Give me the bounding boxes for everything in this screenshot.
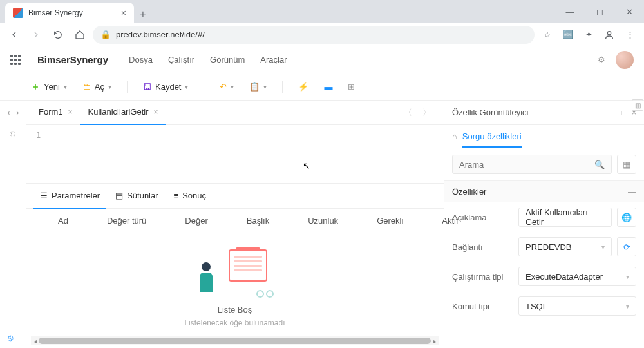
new-button[interactable]: ＋ Yeni ▾ xyxy=(26,79,72,95)
forward-button[interactable] xyxy=(27,26,45,44)
extensions-icon[interactable]: ✦ xyxy=(580,26,598,44)
inspect-icon[interactable]: ⊞ xyxy=(343,79,360,94)
browser-tabstrip: Bimser Synergy × + ― ◻ ✕ xyxy=(0,0,644,23)
section-header[interactable]: Özellikler — xyxy=(444,180,644,202)
prop-description: Açıklama Aktif Kullanıcıları Getir 🌐 xyxy=(444,202,644,232)
search-input[interactable]: 🔍 xyxy=(452,155,612,174)
new-tab-button[interactable]: + xyxy=(134,5,152,23)
main-area: ⟷ ⎌ Form1 × KullanicilariGetir × 〈 〉 1 ↖… xyxy=(0,101,644,348)
close-icon[interactable]: × xyxy=(68,108,73,117)
translate-icon[interactable]: 🔤 xyxy=(559,26,577,44)
floppy-icon: 🖫 xyxy=(143,82,151,92)
panel-title: Özellik Görüntüleyici xyxy=(452,108,615,117)
url-field[interactable]: 🔒 predev.bimser.net/ide/#/ xyxy=(93,26,535,44)
plus-icon: ＋ xyxy=(31,81,40,93)
menu-file[interactable]: Dosya xyxy=(129,55,153,64)
chevron-down-icon: ▾ xyxy=(64,83,67,90)
sliders-icon[interactable]: ⟷ xyxy=(7,108,19,118)
tab-next-icon[interactable]: 〉 xyxy=(420,104,433,121)
profile-icon[interactable] xyxy=(600,26,618,44)
undo-button[interactable]: ↶▾ xyxy=(214,79,239,94)
scroll-left-icon[interactable]: ◂ xyxy=(31,336,39,345)
layout-toggle-button[interactable]: ▦ xyxy=(617,155,636,174)
cursor-icon: ↖ xyxy=(303,160,310,171)
prop-connection: Bağlantı PREDEVDB▾ ⟳ xyxy=(444,232,644,262)
empty-title: Liste Boş xyxy=(218,305,252,314)
tab-title: Bimser Synergy xyxy=(28,8,116,17)
star-icon[interactable]: ☆ xyxy=(538,26,556,44)
open-button[interactable]: 🗀 Aç ▾ xyxy=(77,79,117,94)
prop-label: Açıklama xyxy=(452,213,513,222)
cmdtype-select[interactable]: TSQL▾ xyxy=(518,296,636,316)
sliders-icon: ☰ xyxy=(40,191,48,200)
col-valuetype: Değer türü xyxy=(107,216,146,226)
tab-prev-icon[interactable]: 〈 xyxy=(401,104,415,121)
pin-icon[interactable]: ⊏ xyxy=(620,108,627,117)
tab-columns[interactable]: ▤ Sütunlar xyxy=(109,183,164,209)
chrome-menu-icon[interactable]: ⋮ xyxy=(621,26,639,44)
search-field[interactable] xyxy=(459,160,594,169)
refresh-button[interactable]: ⟳ xyxy=(617,237,636,256)
maximize-button[interactable]: ◻ xyxy=(585,0,614,23)
tab-parameters[interactable]: ☰ Parametreler xyxy=(33,183,106,209)
col-required: Gerekli xyxy=(377,216,403,226)
empty-state: Liste Boş Listelenecek öğe bulunamadı xyxy=(26,233,444,336)
bottom-tabs: ☰ Parametreler ▤ Sütunlar ≡ Sonuç xyxy=(26,183,444,209)
flash-icon[interactable]: ⚡ xyxy=(293,79,314,94)
save-button[interactable]: 🖫 Kaydet ▾ xyxy=(138,79,193,94)
menu-tools[interactable]: Araçlar xyxy=(260,55,287,64)
editor-tab-kullanicilari[interactable]: KullanicilariGetir × xyxy=(80,101,166,125)
right-rail: ▥ xyxy=(631,97,644,111)
chevron-down-icon: ▾ xyxy=(626,303,629,310)
favicon xyxy=(13,8,23,18)
clipboard-button[interactable]: 📋▾ xyxy=(244,79,272,94)
back-button[interactable] xyxy=(5,26,23,44)
window-controls: ― ◻ ✕ xyxy=(555,0,644,23)
prop-label: Komut tipi xyxy=(452,302,513,311)
runtype-select[interactable]: ExecuteDataAdapter▾ xyxy=(518,267,636,286)
branch-icon[interactable]: ⎌ xyxy=(10,128,15,138)
prop-cmdtype: Komut tipi TSQL▾ xyxy=(444,291,644,321)
bottom-left-icon[interactable]: ⎋ xyxy=(8,333,13,343)
app-menubar: BimserSynergy Dosya Çalıştır Görünüm Ara… xyxy=(0,46,644,73)
reload-button[interactable] xyxy=(49,26,67,44)
gear-icon[interactable]: ⚙ xyxy=(598,55,605,64)
panel-toggle-icon[interactable]: ▥ xyxy=(632,99,643,111)
connection-select[interactable]: PREDEVDB▾ xyxy=(518,237,612,256)
scroll-right-icon[interactable]: ▸ xyxy=(431,336,439,345)
horizontal-scrollbar[interactable]: ◂ ▸ xyxy=(31,336,439,345)
collapse-icon[interactable]: — xyxy=(628,187,636,197)
url-text: predev.bimser.net/ide/#/ xyxy=(116,30,205,39)
menu-view[interactable]: Görünüm xyxy=(210,55,245,64)
close-icon[interactable]: × xyxy=(154,108,158,117)
avatar[interactable] xyxy=(616,51,634,69)
columns-icon: ▤ xyxy=(115,191,123,200)
browser-tab[interactable]: Bimser Synergy × xyxy=(5,3,134,23)
empty-subtitle: Listelenecek öğe bulunamadı xyxy=(184,318,285,327)
editor-tab-form1[interactable]: Form1 × xyxy=(31,101,80,125)
badge-icon[interactable]: ▬ xyxy=(319,79,337,94)
tab-label: Parametreler xyxy=(52,191,100,200)
list-icon: ≡ xyxy=(174,191,179,200)
search-row: 🔍 ▦ xyxy=(444,148,644,180)
home-icon[interactable]: ⌂ xyxy=(452,131,457,141)
close-window-button[interactable]: ✕ xyxy=(614,0,644,23)
folder-icon: 🗀 xyxy=(82,82,91,92)
tab-query-properties[interactable]: Sorgu özellikleri xyxy=(462,131,522,148)
description-input[interactable]: Aktif Kullanıcıları Getir xyxy=(518,208,612,227)
open-label: Aç xyxy=(95,82,104,92)
editor-tabs: Form1 × KullanicilariGetir × 〈 〉 xyxy=(26,101,444,125)
home-button[interactable] xyxy=(71,26,89,44)
menu-run[interactable]: Çalıştır xyxy=(168,55,194,64)
browser-address-bar: 🔒 predev.bimser.net/ide/#/ ☆ 🔤 ✦ ⋮ xyxy=(0,23,644,46)
apps-grid-icon[interactable] xyxy=(10,55,22,65)
separator xyxy=(204,81,204,93)
save-label: Kaydet xyxy=(155,82,181,92)
close-tab-icon[interactable]: × xyxy=(121,8,126,18)
tab-result[interactable]: ≡ Sonuç xyxy=(167,183,213,209)
minimize-button[interactable]: ― xyxy=(555,0,585,23)
translate-button[interactable]: 🌐 xyxy=(617,208,636,227)
code-editor[interactable]: 1 ↖ xyxy=(26,125,444,183)
tab-label: Form1 xyxy=(39,107,63,117)
tab-label: Sonuç xyxy=(182,191,206,200)
